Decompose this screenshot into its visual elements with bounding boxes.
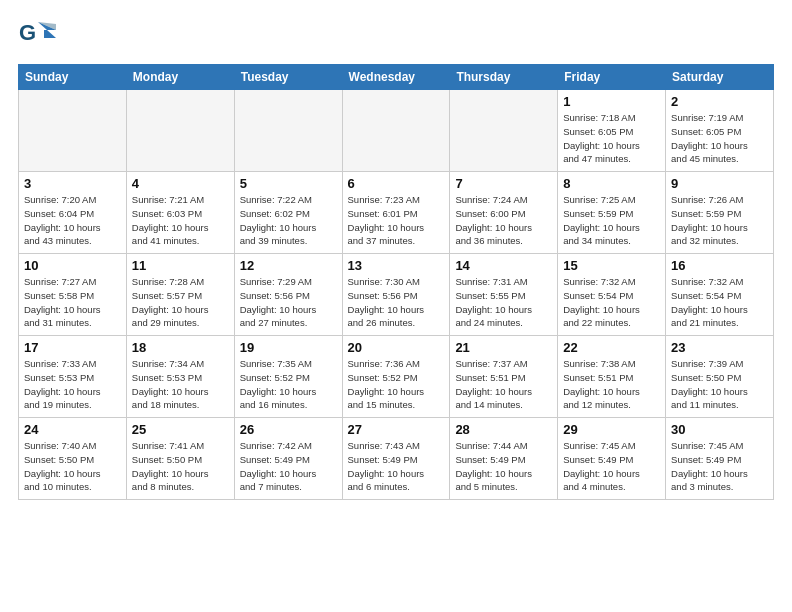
day-info: Sunrise: 7:28 AMSunset: 5:57 PMDaylight:… — [132, 275, 229, 330]
weekday-wednesday: Wednesday — [342, 65, 450, 90]
day-info: Sunrise: 7:27 AMSunset: 5:58 PMDaylight:… — [24, 275, 121, 330]
day-info: Sunrise: 7:45 AMSunset: 5:49 PMDaylight:… — [563, 439, 660, 494]
day-cell: 15Sunrise: 7:32 AMSunset: 5:54 PMDayligh… — [558, 254, 666, 336]
day-cell — [19, 90, 127, 172]
day-number: 1 — [563, 94, 660, 109]
day-cell: 16Sunrise: 7:32 AMSunset: 5:54 PMDayligh… — [666, 254, 774, 336]
day-cell: 19Sunrise: 7:35 AMSunset: 5:52 PMDayligh… — [234, 336, 342, 418]
week-row-3: 10Sunrise: 7:27 AMSunset: 5:58 PMDayligh… — [19, 254, 774, 336]
day-number: 22 — [563, 340, 660, 355]
day-cell: 5Sunrise: 7:22 AMSunset: 6:02 PMDaylight… — [234, 172, 342, 254]
day-number: 7 — [455, 176, 552, 191]
day-number: 2 — [671, 94, 768, 109]
day-cell: 30Sunrise: 7:45 AMSunset: 5:49 PMDayligh… — [666, 418, 774, 500]
day-cell: 11Sunrise: 7:28 AMSunset: 5:57 PMDayligh… — [126, 254, 234, 336]
day-number: 13 — [348, 258, 445, 273]
day-cell — [342, 90, 450, 172]
day-number: 29 — [563, 422, 660, 437]
day-info: Sunrise: 7:44 AMSunset: 5:49 PMDaylight:… — [455, 439, 552, 494]
day-info: Sunrise: 7:21 AMSunset: 6:03 PMDaylight:… — [132, 193, 229, 248]
day-cell — [234, 90, 342, 172]
day-cell: 29Sunrise: 7:45 AMSunset: 5:49 PMDayligh… — [558, 418, 666, 500]
day-number: 19 — [240, 340, 337, 355]
day-info: Sunrise: 7:26 AMSunset: 5:59 PMDaylight:… — [671, 193, 768, 248]
day-cell: 28Sunrise: 7:44 AMSunset: 5:49 PMDayligh… — [450, 418, 558, 500]
day-number: 17 — [24, 340, 121, 355]
day-info: Sunrise: 7:22 AMSunset: 6:02 PMDaylight:… — [240, 193, 337, 248]
logo-icon: G — [18, 16, 56, 54]
day-cell: 6Sunrise: 7:23 AMSunset: 6:01 PMDaylight… — [342, 172, 450, 254]
day-info: Sunrise: 7:23 AMSunset: 6:01 PMDaylight:… — [348, 193, 445, 248]
weekday-thursday: Thursday — [450, 65, 558, 90]
week-row-5: 24Sunrise: 7:40 AMSunset: 5:50 PMDayligh… — [19, 418, 774, 500]
day-cell: 23Sunrise: 7:39 AMSunset: 5:50 PMDayligh… — [666, 336, 774, 418]
day-info: Sunrise: 7:43 AMSunset: 5:49 PMDaylight:… — [348, 439, 445, 494]
day-info: Sunrise: 7:29 AMSunset: 5:56 PMDaylight:… — [240, 275, 337, 330]
day-info: Sunrise: 7:18 AMSunset: 6:05 PMDaylight:… — [563, 111, 660, 166]
day-cell: 10Sunrise: 7:27 AMSunset: 5:58 PMDayligh… — [19, 254, 127, 336]
day-cell: 26Sunrise: 7:42 AMSunset: 5:49 PMDayligh… — [234, 418, 342, 500]
day-cell: 24Sunrise: 7:40 AMSunset: 5:50 PMDayligh… — [19, 418, 127, 500]
day-info: Sunrise: 7:42 AMSunset: 5:49 PMDaylight:… — [240, 439, 337, 494]
day-number: 23 — [671, 340, 768, 355]
page: G SundayMondayTuesdayWednesdayThursdayFr… — [0, 0, 792, 612]
header: G — [18, 16, 774, 54]
day-cell: 12Sunrise: 7:29 AMSunset: 5:56 PMDayligh… — [234, 254, 342, 336]
day-info: Sunrise: 7:32 AMSunset: 5:54 PMDaylight:… — [563, 275, 660, 330]
logo: G — [18, 16, 60, 54]
day-cell: 18Sunrise: 7:34 AMSunset: 5:53 PMDayligh… — [126, 336, 234, 418]
day-info: Sunrise: 7:19 AMSunset: 6:05 PMDaylight:… — [671, 111, 768, 166]
day-number: 20 — [348, 340, 445, 355]
day-number: 10 — [24, 258, 121, 273]
day-cell: 21Sunrise: 7:37 AMSunset: 5:51 PMDayligh… — [450, 336, 558, 418]
day-number: 14 — [455, 258, 552, 273]
day-cell: 14Sunrise: 7:31 AMSunset: 5:55 PMDayligh… — [450, 254, 558, 336]
day-cell: 2Sunrise: 7:19 AMSunset: 6:05 PMDaylight… — [666, 90, 774, 172]
weekday-monday: Monday — [126, 65, 234, 90]
day-info: Sunrise: 7:41 AMSunset: 5:50 PMDaylight:… — [132, 439, 229, 494]
day-number: 15 — [563, 258, 660, 273]
day-cell: 22Sunrise: 7:38 AMSunset: 5:51 PMDayligh… — [558, 336, 666, 418]
day-number: 12 — [240, 258, 337, 273]
day-info: Sunrise: 7:33 AMSunset: 5:53 PMDaylight:… — [24, 357, 121, 412]
weekday-friday: Friday — [558, 65, 666, 90]
weekday-saturday: Saturday — [666, 65, 774, 90]
day-cell: 7Sunrise: 7:24 AMSunset: 6:00 PMDaylight… — [450, 172, 558, 254]
day-number: 16 — [671, 258, 768, 273]
day-number: 30 — [671, 422, 768, 437]
day-info: Sunrise: 7:20 AMSunset: 6:04 PMDaylight:… — [24, 193, 121, 248]
day-info: Sunrise: 7:32 AMSunset: 5:54 PMDaylight:… — [671, 275, 768, 330]
day-number: 6 — [348, 176, 445, 191]
day-cell: 3Sunrise: 7:20 AMSunset: 6:04 PMDaylight… — [19, 172, 127, 254]
day-cell: 25Sunrise: 7:41 AMSunset: 5:50 PMDayligh… — [126, 418, 234, 500]
week-row-1: 1Sunrise: 7:18 AMSunset: 6:05 PMDaylight… — [19, 90, 774, 172]
day-cell: 17Sunrise: 7:33 AMSunset: 5:53 PMDayligh… — [19, 336, 127, 418]
day-cell: 1Sunrise: 7:18 AMSunset: 6:05 PMDaylight… — [558, 90, 666, 172]
week-row-2: 3Sunrise: 7:20 AMSunset: 6:04 PMDaylight… — [19, 172, 774, 254]
day-cell: 20Sunrise: 7:36 AMSunset: 5:52 PMDayligh… — [342, 336, 450, 418]
day-cell: 27Sunrise: 7:43 AMSunset: 5:49 PMDayligh… — [342, 418, 450, 500]
weekday-sunday: Sunday — [19, 65, 127, 90]
day-number: 28 — [455, 422, 552, 437]
day-cell: 9Sunrise: 7:26 AMSunset: 5:59 PMDaylight… — [666, 172, 774, 254]
day-info: Sunrise: 7:34 AMSunset: 5:53 PMDaylight:… — [132, 357, 229, 412]
day-number: 9 — [671, 176, 768, 191]
day-info: Sunrise: 7:39 AMSunset: 5:50 PMDaylight:… — [671, 357, 768, 412]
day-info: Sunrise: 7:30 AMSunset: 5:56 PMDaylight:… — [348, 275, 445, 330]
day-info: Sunrise: 7:40 AMSunset: 5:50 PMDaylight:… — [24, 439, 121, 494]
day-number: 24 — [24, 422, 121, 437]
day-number: 5 — [240, 176, 337, 191]
day-cell — [450, 90, 558, 172]
day-number: 27 — [348, 422, 445, 437]
svg-text:G: G — [19, 20, 36, 45]
day-info: Sunrise: 7:36 AMSunset: 5:52 PMDaylight:… — [348, 357, 445, 412]
day-cell: 4Sunrise: 7:21 AMSunset: 6:03 PMDaylight… — [126, 172, 234, 254]
day-cell: 8Sunrise: 7:25 AMSunset: 5:59 PMDaylight… — [558, 172, 666, 254]
day-info: Sunrise: 7:45 AMSunset: 5:49 PMDaylight:… — [671, 439, 768, 494]
day-info: Sunrise: 7:25 AMSunset: 5:59 PMDaylight:… — [563, 193, 660, 248]
day-number: 11 — [132, 258, 229, 273]
day-cell — [126, 90, 234, 172]
day-number: 18 — [132, 340, 229, 355]
day-info: Sunrise: 7:37 AMSunset: 5:51 PMDaylight:… — [455, 357, 552, 412]
day-number: 3 — [24, 176, 121, 191]
